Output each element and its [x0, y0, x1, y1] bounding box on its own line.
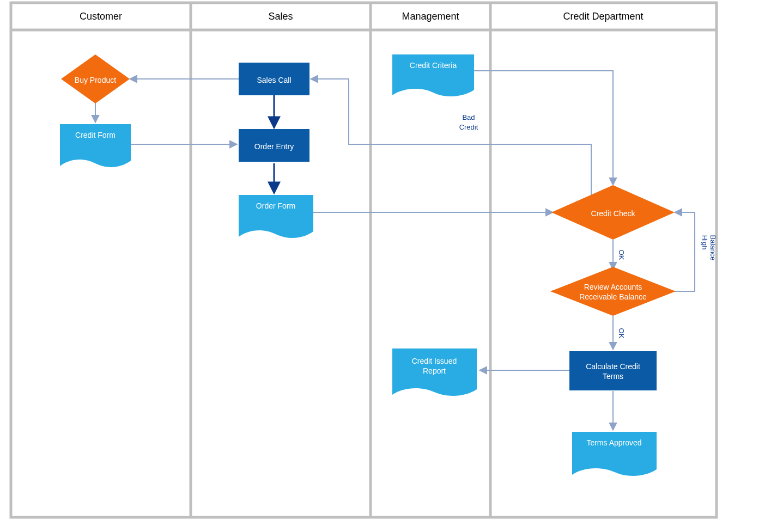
edge-label-bad-credit-1: Bad [462, 113, 475, 121]
node-terms-approved: Terms Approved [572, 432, 657, 476]
edge-label-high-balance-2: Balance [709, 235, 717, 261]
lane-header-customer: Customer [80, 11, 122, 22]
node-credit-check-label: Credit Check [591, 209, 636, 218]
edge-creditcriteria-to-creditcheck [474, 71, 613, 185]
node-buy-product-label: Buy Product [75, 76, 116, 84]
node-order-entry: Order Entry [239, 129, 309, 162]
node-sales-call-label: Sales Call [257, 76, 291, 84]
edge-label-high-balance-1: High [701, 235, 709, 250]
lane-header-sales: Sales [268, 11, 293, 22]
node-calc-terms: Calculate Credit Terms [569, 351, 657, 390]
node-credit-form-label: Credit Form [75, 131, 116, 139]
node-order-form: Order Form [239, 195, 313, 238]
node-terms-approved-label: Terms Approved [586, 438, 641, 447]
node-review-ar-label-2: Receivable Balance [579, 292, 647, 301]
node-credit-form: Credit Form [60, 124, 131, 167]
node-credit-issued-report-label-1: Credit Issued [412, 357, 457, 365]
node-credit-issued-report: Credit Issued Report [392, 348, 477, 396]
swimlane-diagram: Customer Sales Management Credit Departm… [0, 0, 783, 532]
node-credit-criteria-label: Credit Criteria [410, 61, 457, 70]
edge-reviewar-to-creditcheck-highbalance [673, 212, 695, 291]
node-credit-issued-report-label-2: Report [423, 366, 446, 375]
edge-label-bad-credit-2: Credit [459, 123, 478, 131]
node-credit-check: Credit Check [551, 185, 675, 240]
edge-creditcheck-to-salescall-badcredit [311, 79, 591, 196]
edge-label-ok-2: OK [617, 328, 626, 339]
node-calc-terms-label-1: Calculate Credit [586, 362, 640, 371]
node-review-ar: Review Accounts Receivable Balance [550, 267, 676, 316]
node-order-entry-label: Order Entry [254, 142, 294, 151]
node-order-form-label: Order Form [256, 201, 295, 210]
svg-rect-9 [569, 351, 657, 390]
node-credit-criteria: Credit Criteria [392, 54, 474, 96]
node-sales-call: Sales Call [239, 63, 309, 95]
lane-header-management: Management [402, 11, 459, 22]
node-review-ar-label-1: Review Accounts [584, 283, 642, 291]
node-buy-product: Buy Product [61, 54, 130, 103]
node-calc-terms-label-2: Terms [603, 372, 623, 381]
lane-header-credit-dept: Credit Department [563, 11, 643, 22]
svg-marker-8 [550, 267, 676, 316]
edge-label-ok-1: OK [617, 250, 626, 260]
